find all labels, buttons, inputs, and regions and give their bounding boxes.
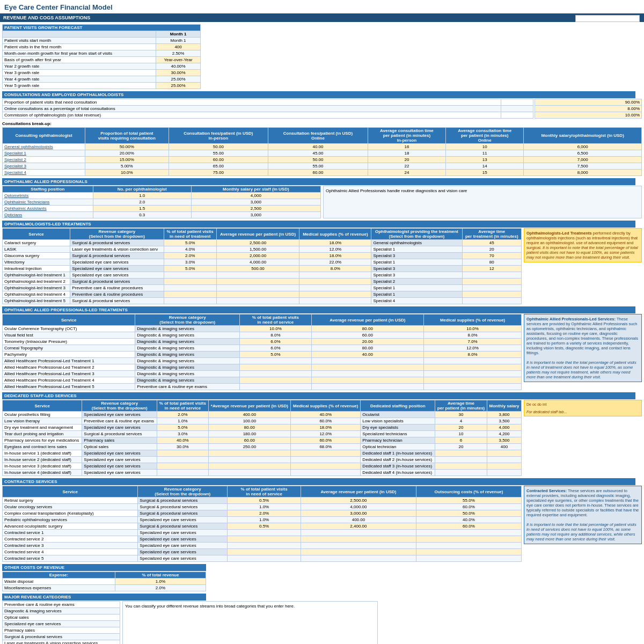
contracted-header: CONTRACTED SERVICES [2,478,635,485]
dedicated-header: DEDICATED STAFF-LED SERVICES [2,392,635,399]
ophthal-treat-note: Ophthalmologists-Led Treatments performe… [524,228,642,262]
revenue-cogs-header: REVENUE AND COGS ASSUMPTIONS [0,13,644,22]
patient-visits-header: PATIENT VISITS GROWTH FORECAST [3,25,201,31]
allied-treat-note: Ophthalmic Allied Professionals-Led Serv… [524,314,642,382]
consultations-header: CONSULTATIONS AND EMPLOYED OPHTHALMOLOGI… [2,91,635,98]
ophthal-treat-header: OPHTHALMOLOGISTS-LED TREATMENTS [2,221,635,228]
dedicated-note: De oc do int For dedicated staff tab... [524,400,642,416]
other-costs-header: OTHER COSTS OF REVENUE [2,564,206,571]
major-revenue-header: MAJOR REVENUE CATEGORIES [2,594,206,601]
top-right-input[interactable] [575,15,640,22]
major-revenue-note: You can classify your different revenue … [122,601,378,644]
allied-header: OPHTHALMIC ALLIED PROFESSIONALS [2,178,635,185]
allied-note: Ophthalmic Allied Professionals handle r… [323,186,642,218]
page-title: Eye Care Center Financial Model [0,0,644,13]
contracted-note: Contracted Services: These services are … [524,486,642,544]
allied-treat-header: OPHTHALMIC ALLIED PROFESSIONALS-LED TREA… [2,306,635,313]
consult-break-label: Consultations break-up: [2,121,52,126]
